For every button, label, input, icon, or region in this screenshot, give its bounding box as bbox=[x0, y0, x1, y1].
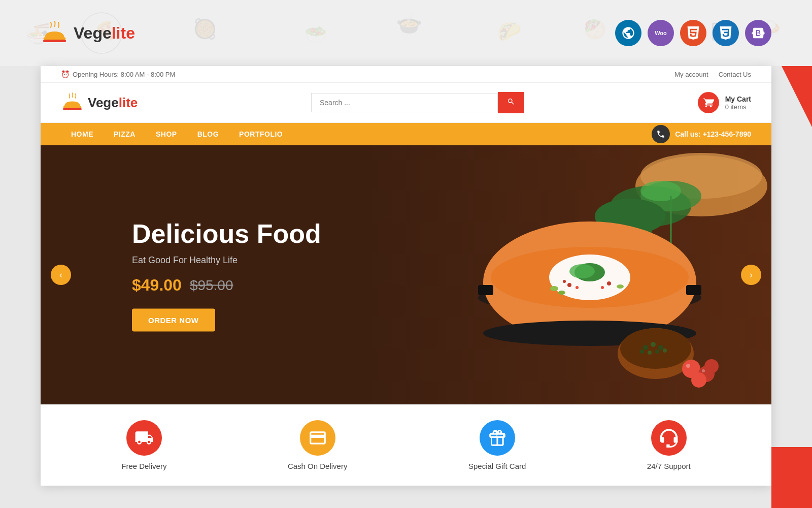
html5-icon bbox=[680, 20, 706, 46]
svg-rect-37 bbox=[686, 285, 701, 295]
delivery-icon bbox=[126, 420, 162, 456]
hero-food-image bbox=[296, 145, 771, 404]
clock-icon: ⏰ bbox=[61, 70, 70, 78]
call-us-text: Call us: +123-456-7890 bbox=[675, 130, 751, 138]
woocommerce-icon: Woo bbox=[648, 20, 674, 46]
svg-point-47 bbox=[640, 350, 644, 354]
feature-free-delivery: Free Delivery bbox=[121, 420, 166, 470]
support-icon bbox=[651, 420, 687, 456]
svg-rect-11 bbox=[43, 40, 66, 42]
nav-portfolio[interactable]: PORTFOLIO bbox=[229, 123, 293, 145]
css3-icon bbox=[713, 20, 739, 46]
svg-point-33 bbox=[550, 286, 558, 291]
svg-point-32 bbox=[601, 286, 604, 289]
info-bar-links: My account Contact Us bbox=[674, 71, 751, 78]
feature-gift-card: Special Gift Card bbox=[468, 420, 526, 470]
nav-links: HOME PIZZA SHOP BLOG PORTFOLIO bbox=[61, 123, 293, 145]
svg-point-19 bbox=[640, 181, 681, 201]
features-bar: Free Delivery Cash On Delivery Special G… bbox=[41, 404, 771, 486]
wordpress-icon bbox=[615, 20, 641, 46]
svg-rect-13 bbox=[63, 108, 82, 110]
svg-point-35 bbox=[617, 284, 624, 289]
nav-blog[interactable]: BLOG bbox=[187, 123, 229, 145]
header-bar: Vegelite My Cart 0 items bbox=[41, 83, 771, 123]
svg-point-31 bbox=[607, 281, 611, 285]
header-logo-text: Vegelite bbox=[88, 95, 138, 111]
svg-rect-36 bbox=[478, 285, 493, 295]
hero-title: Delicious Food bbox=[132, 218, 321, 249]
search-input[interactable] bbox=[311, 93, 498, 112]
tech-icons-group: Woo bbox=[615, 20, 771, 46]
svg-point-30 bbox=[563, 280, 566, 283]
svg-point-34 bbox=[558, 291, 565, 295]
svg-point-28 bbox=[567, 283, 571, 287]
red-block bbox=[771, 447, 812, 508]
header-logo-icon bbox=[61, 92, 84, 113]
logo-icon bbox=[41, 20, 69, 46]
svg-point-27 bbox=[569, 264, 595, 278]
site-logo-outer: Vegelite bbox=[41, 20, 135, 46]
gift-icon bbox=[480, 420, 515, 456]
svg-point-50 bbox=[691, 372, 706, 388]
hero-content: Delicious Food Eat Good For Healthy Life… bbox=[132, 218, 321, 332]
hero-price-new: $49.00 bbox=[132, 276, 182, 295]
cart-text: My Cart 0 items bbox=[725, 95, 751, 111]
slider-prev-button[interactable]: ‹ bbox=[51, 265, 71, 285]
svg-point-46 bbox=[663, 348, 667, 353]
feature-cash-delivery: Cash On Delivery bbox=[288, 420, 348, 470]
nav-shop[interactable]: SHOP bbox=[146, 123, 187, 145]
feature-label-delivery: Free Delivery bbox=[121, 462, 166, 470]
slider-next-button[interactable]: › bbox=[741, 265, 761, 285]
feature-label-cash: Cash On Delivery bbox=[288, 462, 348, 470]
hero-subtitle: Eat Good For Healthy Life bbox=[132, 255, 321, 266]
feature-support: 24/7 Support bbox=[647, 420, 691, 470]
website-container: ⏰ Opening Hours: 8:00 AM - 8:00 PM My ac… bbox=[41, 66, 771, 486]
svg-point-43 bbox=[658, 345, 663, 350]
nav-home[interactable]: HOME bbox=[61, 123, 104, 145]
contact-us-link[interactable]: Contact Us bbox=[719, 71, 751, 78]
hero-price: $49.00 $95.00 bbox=[132, 276, 321, 295]
cart-count: 0 items bbox=[725, 103, 751, 111]
hero-slider: Delicious Food Eat Good For Healthy Life… bbox=[41, 145, 771, 404]
cart-icon bbox=[698, 92, 719, 113]
phone-icon bbox=[652, 125, 670, 143]
bootstrap-icon bbox=[745, 20, 771, 46]
hero-price-old: $95.00 bbox=[190, 277, 233, 293]
search-button[interactable] bbox=[498, 92, 524, 113]
svg-point-52 bbox=[686, 364, 690, 368]
cart-area[interactable]: My Cart 0 items bbox=[698, 92, 751, 113]
logo-text-outer: Vegelite bbox=[74, 24, 135, 43]
nav-right: Call us: +123-456-7890 bbox=[652, 125, 751, 143]
top-outer-bar: Vegelite Woo bbox=[0, 0, 812, 66]
svg-point-51 bbox=[704, 359, 719, 373]
svg-point-42 bbox=[651, 342, 656, 347]
nav-bar: HOME PIZZA SHOP BLOG PORTFOLIO Call us: … bbox=[41, 123, 771, 145]
svg-point-41 bbox=[643, 345, 648, 350]
cart-label: My Cart bbox=[725, 95, 751, 103]
my-account-link[interactable]: My account bbox=[674, 71, 708, 78]
feature-label-support: 24/7 Support bbox=[647, 462, 691, 470]
opening-hours: ⏰ Opening Hours: 8:00 AM - 8:00 PM bbox=[61, 70, 175, 78]
cash-icon bbox=[300, 420, 335, 456]
svg-point-53 bbox=[702, 369, 705, 372]
svg-point-40 bbox=[620, 328, 691, 369]
search-bar bbox=[311, 92, 524, 113]
info-bar: ⏰ Opening Hours: 8:00 AM - 8:00 PM My ac… bbox=[41, 66, 771, 83]
order-now-button[interactable]: ORDER NOW bbox=[132, 309, 215, 332]
header-logo: Vegelite bbox=[61, 92, 138, 113]
opening-hours-text: Opening Hours: 8:00 AM - 8:00 PM bbox=[73, 71, 175, 78]
svg-point-44 bbox=[648, 351, 652, 355]
nav-pizza[interactable]: PIZZA bbox=[104, 123, 146, 145]
feature-label-gift: Special Gift Card bbox=[468, 462, 526, 470]
svg-point-29 bbox=[576, 286, 579, 289]
svg-point-45 bbox=[655, 350, 659, 354]
red-triangle bbox=[782, 66, 812, 127]
